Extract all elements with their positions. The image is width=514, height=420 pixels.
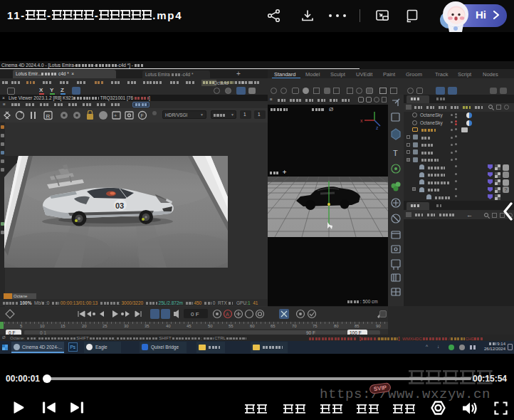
svg-text:03: 03 xyxy=(115,201,124,210)
svg-text:z: z xyxy=(376,125,379,130)
svg-text:T: T xyxy=(393,149,398,157)
svg-text:+: + xyxy=(114,113,117,118)
svg-text:x: x xyxy=(360,118,363,123)
svg-text:0 F: 0 F xyxy=(191,311,199,317)
svg-text:A: A xyxy=(226,312,229,317)
svg-text:R: R xyxy=(46,113,51,120)
svg-text:F: F xyxy=(141,113,144,118)
